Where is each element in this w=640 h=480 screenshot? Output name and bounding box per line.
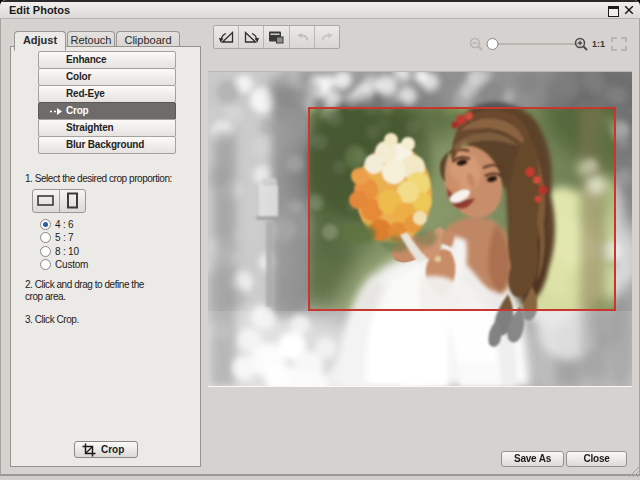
- svg-text:1:1: 1:1: [592, 39, 605, 49]
